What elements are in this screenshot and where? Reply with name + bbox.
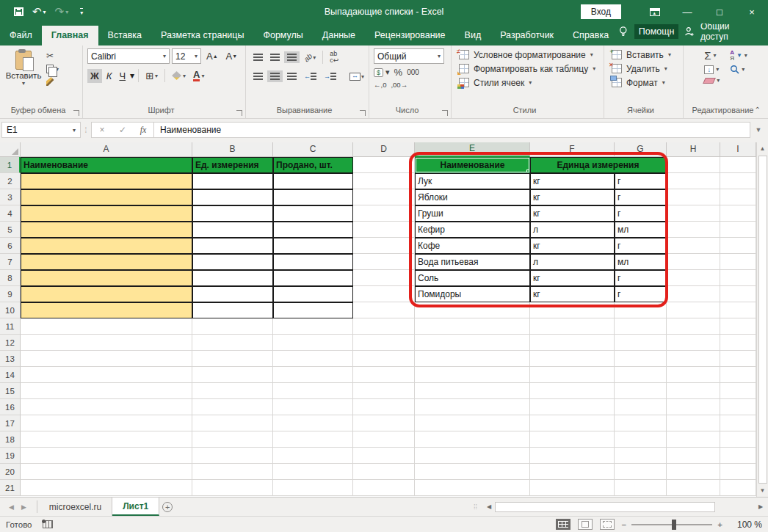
row-header-12[interactable]: 12 [0,335,21,351]
row-header-21[interactable]: 21 [0,480,21,496]
cell-H5[interactable] [667,222,720,238]
cell-I17[interactable] [720,415,756,431]
cell-B9[interactable] [192,286,273,302]
cell-A20[interactable] [21,464,192,480]
cell-D6[interactable] [353,238,415,254]
cell-H14[interactable] [667,367,720,383]
share-button[interactable]: Общий доступ [700,21,758,42]
cell-D20[interactable] [353,464,415,480]
cell-B5[interactable] [192,222,273,238]
sort-filter-button[interactable]: АЯ▼▾ [728,49,750,62]
cell-D7[interactable] [353,254,415,270]
cell-D19[interactable] [353,448,415,464]
cell-I2[interactable] [720,173,756,189]
cell-D13[interactable] [353,351,415,367]
sheet-tab-лист1[interactable]: Лист1 [112,498,159,516]
cell-A5[interactable] [21,222,192,238]
align-left-button[interactable] [250,70,266,82]
cell-F19[interactable] [530,448,615,464]
cell-H15[interactable] [667,383,720,399]
row-header-7[interactable]: 7 [0,254,21,270]
cell-F16[interactable] [530,399,615,415]
cell-G6[interactable]: г [615,238,667,254]
merge-center-button[interactable]: ▾ [347,70,367,83]
cell-E8[interactable]: Соль [415,270,530,286]
cell-A2[interactable] [21,173,192,189]
cell-B17[interactable] [192,415,273,431]
cell-E2[interactable]: Лук [415,173,530,189]
format-painter-button[interactable] [44,76,61,87]
grow-font-button[interactable]: А▲ [203,49,221,63]
row-header-20[interactable]: 20 [0,464,21,480]
cell-A4[interactable] [21,205,192,222]
next-sheet-icon[interactable]: ▶ [21,503,26,511]
cell-I7[interactable] [720,254,756,270]
font-color-button[interactable]: А▾ [190,68,207,83]
horizontal-scroll-thumb[interactable] [495,502,715,512]
cell-I3[interactable] [720,189,756,205]
formula-input[interactable]: Наименование [154,122,750,138]
cell-C10[interactable] [273,302,353,318]
cell-D2[interactable] [353,173,415,189]
ribbon-tab-разработчик[interactable]: Разработчик [490,26,563,45]
cell-G2[interactable]: г [615,173,667,189]
copy-button[interactable]: ▾ [44,64,61,74]
cell-A8[interactable] [21,270,192,286]
customize-qat-button[interactable]: ▾ [73,7,87,18]
zoom-out-button[interactable]: − [622,520,627,529]
cell-I16[interactable] [720,399,756,415]
cell-F7[interactable]: л [530,254,615,270]
cell-F20[interactable] [530,464,615,480]
cell-D11[interactable] [353,318,415,335]
cell-D10[interactable] [353,302,415,318]
cell-C3[interactable] [273,189,353,205]
decrease-indent-button[interactable]: ← [301,70,319,82]
row-header-14[interactable]: 14 [0,367,21,383]
cell-B20[interactable] [192,464,273,480]
cell-A16[interactable] [21,399,192,415]
cell-B19[interactable] [192,448,273,464]
cell-E6[interactable]: Кофе [415,238,530,254]
cell-G19[interactable] [615,448,667,464]
row-header-19[interactable]: 19 [0,448,21,464]
cancel-entry-button[interactable]: × [92,125,112,135]
ribbon-tab-формулы[interactable]: Формулы [253,26,312,45]
cell-A11[interactable] [21,318,192,335]
sign-in-button[interactable]: Вход [581,4,621,19]
cell-H20[interactable] [667,464,720,480]
cell-C16[interactable] [273,399,353,415]
fill-handle[interactable] [526,170,530,173]
column-header-G[interactable]: G [615,142,667,157]
cell-B14[interactable] [192,367,273,383]
undo-button[interactable]: ↶▾ [29,4,50,20]
row-header-1[interactable]: 1 [0,157,21,173]
zoom-level[interactable]: 100 % [730,520,762,530]
cell-E12[interactable] [415,335,530,351]
align-top-button[interactable] [250,51,266,63]
cell-B4[interactable] [192,205,273,222]
ribbon-tab-справка[interactable]: Справка [563,26,618,45]
zoom-in-button[interactable]: + [717,520,722,529]
cell-D14[interactable] [353,367,415,383]
cell-D4[interactable] [353,205,415,222]
comma-style-button[interactable]: 000 [407,68,419,76]
cell-C1[interactable]: Продано, шт. [273,157,353,173]
cell-A7[interactable] [21,254,192,270]
cell-G4[interactable]: г [615,205,667,222]
cell-F2[interactable]: кг [530,173,615,189]
italic-button[interactable]: К [104,69,115,83]
column-header-C[interactable]: C [273,142,353,157]
cell-I21[interactable] [720,480,756,496]
select-all-corner[interactable] [0,142,21,157]
cell-I5[interactable] [720,222,756,238]
insert-cells-button[interactable]: Вставить▾ [609,48,678,62]
cell-B7[interactable] [192,254,273,270]
cell-B21[interactable] [192,480,273,496]
cell-G18[interactable] [615,431,667,448]
sheet-tab-microexcel.ru[interactable]: microexcel.ru [39,498,112,516]
cell-I4[interactable] [720,205,756,222]
cell-B3[interactable] [192,189,273,205]
cell-B13[interactable] [192,351,273,367]
horizontal-scrollbar[interactable]: ◀ ▶ [482,498,768,516]
number-dialog-launcher-icon[interactable] [442,110,448,116]
